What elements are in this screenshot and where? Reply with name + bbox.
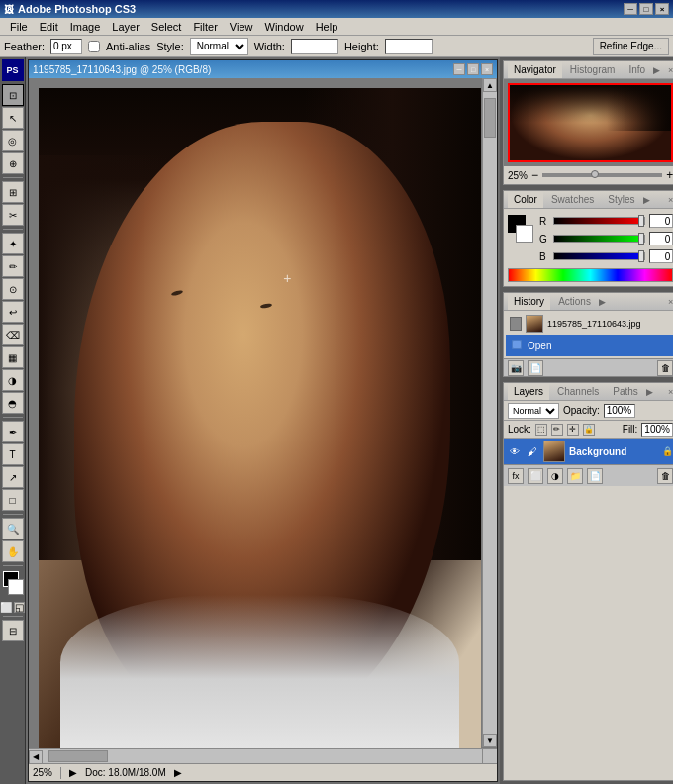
- layers-menu-icon[interactable]: ▶: [646, 387, 653, 397]
- tool-gradient[interactable]: ▦: [2, 346, 24, 368]
- screen-mode-button[interactable]: ⊟: [2, 620, 24, 641]
- scroll-thumb-horizontal[interactable]: [48, 750, 108, 762]
- tab-channels[interactable]: Channels: [551, 384, 605, 399]
- scroll-down-arrow[interactable]: ▼: [483, 734, 497, 747]
- history-close-icon[interactable]: ×: [668, 297, 673, 307]
- scroll-up-arrow[interactable]: ▲: [483, 78, 497, 92]
- tool-move[interactable]: ↖: [2, 107, 24, 129]
- color-bg-swatch[interactable]: [516, 225, 533, 243]
- tab-styles[interactable]: Styles: [602, 192, 640, 207]
- menu-help[interactable]: Help: [310, 20, 344, 34]
- color-b-slider[interactable]: [553, 252, 645, 260]
- color-swatch-area[interactable]: [0, 571, 26, 599]
- color-g-slider[interactable]: [553, 235, 645, 243]
- tool-blur[interactable]: ◑: [2, 369, 24, 391]
- tab-paths[interactable]: Paths: [607, 384, 644, 399]
- tool-crop[interactable]: ⊞: [2, 181, 24, 203]
- tool-slice[interactable]: ✂: [2, 204, 24, 226]
- zoom-slider[interactable]: [542, 173, 662, 177]
- menu-layer[interactable]: Layer: [106, 20, 145, 34]
- menu-view[interactable]: View: [224, 20, 259, 34]
- tool-zoom[interactable]: 🔍: [2, 518, 24, 539]
- standard-mode-button[interactable]: ⬜: [1, 602, 12, 613]
- canvas-scroll-area[interactable]: ▲ ▼ ◀: [29, 78, 497, 763]
- tool-clone[interactable]: ⊙: [2, 278, 24, 300]
- height-input[interactable]: [385, 39, 433, 54]
- history-item-snapshot[interactable]: 1195785_17110643.jpg: [506, 313, 673, 335]
- color-fg-bg-area[interactable]: [508, 215, 535, 246]
- tool-magic-wand[interactable]: ⊕: [2, 152, 24, 174]
- tool-marquee[interactable]: ⊡: [2, 84, 24, 106]
- background-color[interactable]: [8, 579, 24, 595]
- lock-transparent-icon[interactable]: ⬚: [535, 424, 547, 436]
- tool-pen[interactable]: ✒: [2, 421, 24, 442]
- tab-navigator[interactable]: Navigator: [508, 62, 562, 78]
- tool-hand[interactable]: ✋: [2, 540, 24, 562]
- layer-group-button[interactable]: 📁: [567, 468, 583, 484]
- color-b-thumb[interactable]: [638, 250, 644, 262]
- tab-layers[interactable]: Layers: [508, 384, 549, 400]
- tab-info[interactable]: Info: [623, 62, 651, 77]
- tab-histogram[interactable]: Histogram: [564, 62, 622, 77]
- blend-mode-select[interactable]: Normal: [508, 403, 559, 419]
- title-bar-controls[interactable]: ─ □ ×: [624, 3, 669, 15]
- scroll-left-arrow[interactable]: ◀: [29, 750, 43, 764]
- layer-delete-button[interactable]: 🗑: [657, 468, 673, 484]
- doc-close-button[interactable]: ×: [481, 63, 493, 75]
- layer-style-button[interactable]: fx: [508, 468, 524, 484]
- color-g-value[interactable]: [649, 232, 673, 245]
- menu-edit[interactable]: Edit: [34, 20, 64, 34]
- history-new-doc-button[interactable]: 📄: [528, 360, 543, 376]
- canvas-image[interactable]: [39, 88, 481, 763]
- lock-image-icon[interactable]: ✏: [551, 424, 563, 436]
- menu-window[interactable]: Window: [259, 20, 310, 34]
- scroll-thumb-vertical[interactable]: [484, 98, 496, 138]
- maximize-button[interactable]: □: [639, 3, 653, 15]
- minimize-button[interactable]: ─: [624, 3, 637, 15]
- layers-close-icon[interactable]: ×: [668, 387, 673, 397]
- zoom-out-icon[interactable]: −: [531, 168, 538, 182]
- tool-dodge[interactable]: ◓: [2, 392, 24, 414]
- scroll-horizontal[interactable]: ◀: [29, 748, 482, 763]
- tab-swatches[interactable]: Swatches: [545, 192, 600, 207]
- anti-alias-checkbox[interactable]: [88, 41, 100, 52]
- tool-text[interactable]: T: [2, 443, 24, 465]
- refine-edge-button[interactable]: Refine Edge...: [593, 38, 669, 55]
- menu-file[interactable]: File: [4, 20, 34, 34]
- color-g-thumb[interactable]: [638, 233, 644, 245]
- color-close-icon[interactable]: ×: [668, 195, 673, 205]
- layer-row-background[interactable]: 👁 🖌 Background 🔒: [504, 439, 673, 464]
- tab-actions[interactable]: Actions: [552, 294, 597, 309]
- tool-eraser[interactable]: ⌫: [2, 324, 24, 345]
- tool-shape[interactable]: □: [2, 489, 24, 511]
- color-r-value[interactable]: [649, 214, 673, 228]
- width-input[interactable]: [291, 39, 338, 54]
- lock-all-icon[interactable]: 🔒: [583, 424, 595, 436]
- color-spectrum-bar[interactable]: [508, 268, 673, 282]
- navigator-close-icon[interactable]: ×: [668, 65, 673, 75]
- history-menu-icon[interactable]: ▶: [599, 297, 606, 307]
- tool-history-brush[interactable]: ↩: [2, 301, 24, 323]
- scroll-vertical[interactable]: ▲ ▼: [482, 78, 497, 747]
- close-button[interactable]: ×: [655, 3, 669, 15]
- tool-brush[interactable]: ✏: [2, 255, 24, 277]
- navigator-menu-icon[interactable]: ▶: [653, 65, 660, 75]
- tab-history[interactable]: History: [508, 294, 550, 310]
- feather-input[interactable]: [50, 39, 82, 54]
- lock-position-icon[interactable]: ✛: [567, 424, 579, 436]
- doc-maximize-button[interactable]: □: [467, 63, 479, 75]
- menu-select[interactable]: Select: [145, 20, 188, 34]
- tool-heal[interactable]: ✦: [2, 233, 24, 254]
- document-title-controls[interactable]: ─ □ ×: [453, 63, 493, 75]
- tool-path-select[interactable]: ↗: [2, 466, 24, 488]
- doc-minimize-button[interactable]: ─: [453, 63, 465, 75]
- history-item-open[interactable]: Open: [506, 335, 673, 356]
- layer-mask-button[interactable]: ⬜: [528, 468, 543, 484]
- color-menu-icon[interactable]: ▶: [643, 195, 650, 205]
- layer-visibility-icon[interactable]: 👁: [508, 444, 522, 458]
- fill-value[interactable]: [641, 423, 673, 437]
- layer-new-button[interactable]: 📄: [587, 468, 603, 484]
- tab-color[interactable]: Color: [508, 192, 543, 208]
- zoom-slider-thumb[interactable]: [591, 170, 599, 178]
- color-b-value[interactable]: [649, 249, 673, 263]
